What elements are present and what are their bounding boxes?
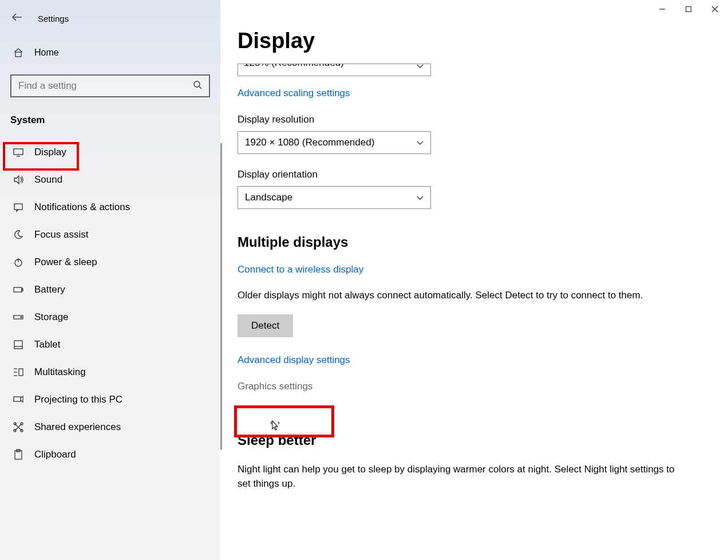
nav-label: Tablet <box>34 339 60 350</box>
svg-point-17 <box>21 317 22 318</box>
clipboard-icon <box>13 449 24 460</box>
svg-rect-11 <box>14 204 22 210</box>
svg-rect-24 <box>14 397 21 401</box>
notification-icon <box>13 202 24 213</box>
svg-rect-18 <box>14 341 22 349</box>
category-label: System <box>0 109 220 139</box>
graphics-settings-link[interactable]: Graphics settings <box>238 381 312 392</box>
nav-label: Battery <box>34 284 65 295</box>
svg-point-28 <box>21 423 23 425</box>
nav-label: Focus assist <box>34 229 88 240</box>
nav-label: Projecting to this PC <box>34 394 122 405</box>
scale-dropdown[interactable]: 125% (Recommended) <box>238 64 431 76</box>
svg-rect-14 <box>14 287 22 292</box>
storage-icon <box>13 311 24 323</box>
svg-point-29 <box>14 429 16 432</box>
nav-battery[interactable]: Battery <box>0 276 220 303</box>
orientation-value: Landscape <box>245 192 292 203</box>
nav-notifications[interactable]: Notifications & actions <box>0 194 220 221</box>
orientation-label: Display orientation <box>238 169 705 180</box>
shared-icon <box>13 421 24 433</box>
advanced-display-link[interactable]: Advanced display settings <box>238 354 350 366</box>
nav-display[interactable]: Display <box>0 139 220 166</box>
maximize-button[interactable] <box>675 0 702 18</box>
nav-power-sleep[interactable]: Power & sleep <box>0 249 220 276</box>
window-controls <box>649 0 728 18</box>
multitasking-icon <box>13 366 24 378</box>
app-title: Settings <box>38 14 69 23</box>
orientation-dropdown[interactable]: Landscape <box>238 186 431 209</box>
resolution-value: 1920 × 1080 (Recommended) <box>245 137 374 148</box>
advanced-scaling-link[interactable]: Advanced scaling settings <box>238 88 350 99</box>
svg-marker-10 <box>14 176 19 184</box>
wireless-display-link[interactable]: Connect to a wireless display <box>238 264 363 275</box>
svg-rect-5 <box>15 52 21 57</box>
detect-hint-text: Older displays might not always connect … <box>238 288 684 303</box>
chevron-down-icon <box>417 192 424 203</box>
home-icon <box>13 47 24 58</box>
svg-rect-15 <box>22 289 23 291</box>
nav-multitasking[interactable]: Multitasking <box>0 358 220 386</box>
nav-label: Sound <box>34 174 62 186</box>
nav-storage[interactable]: Storage <box>0 303 220 331</box>
nav-label: Storage <box>34 311 69 323</box>
nav-projecting[interactable]: Projecting to this PC <box>0 386 220 413</box>
close-button[interactable] <box>702 0 728 18</box>
svg-point-6 <box>194 81 200 87</box>
nav-label: Multitasking <box>34 366 86 378</box>
svg-line-7 <box>199 86 201 89</box>
nav-clipboard[interactable]: Clipboard <box>0 441 220 468</box>
projecting-icon <box>13 394 24 405</box>
page-title: Display <box>238 29 705 53</box>
nav-sound[interactable]: Sound <box>0 166 220 194</box>
chevron-down-icon <box>417 137 424 148</box>
search-box[interactable] <box>10 74 210 97</box>
back-button[interactable] <box>11 13 22 23</box>
multiple-displays-heading: Multiple displays <box>238 234 705 250</box>
nav-label: Clipboard <box>34 449 76 460</box>
moon-icon <box>13 229 24 240</box>
sound-icon <box>13 174 24 186</box>
detect-button[interactable]: Detect <box>238 314 293 337</box>
nav-focus-assist[interactable]: Focus assist <box>0 221 220 249</box>
sleep-better-heading: Sleep better <box>238 432 705 448</box>
home-nav[interactable]: Home <box>0 39 220 66</box>
resolution-dropdown[interactable]: 1920 × 1080 (Recommended) <box>238 131 431 154</box>
minimize-button[interactable] <box>649 0 675 18</box>
sidebar: Settings Home System Display Sound Notif… <box>0 0 220 560</box>
search-icon <box>193 80 202 92</box>
nav-label: Shared experiences <box>34 421 121 433</box>
svg-rect-23 <box>19 369 23 376</box>
content-area: Display 125% (Recommended) Advanced scal… <box>220 0 728 560</box>
nav-label: Display <box>34 147 66 158</box>
scale-value: 125% (Recommended) <box>244 64 344 69</box>
nav-label: Notifications & actions <box>34 202 130 213</box>
svg-rect-1 <box>686 7 691 12</box>
nav-shared-experiences[interactable]: Shared experiences <box>0 413 220 441</box>
monitor-icon <box>13 147 24 158</box>
tablet-icon <box>13 339 24 350</box>
resolution-label: Display resolution <box>238 114 705 125</box>
chevron-down-icon <box>417 64 424 71</box>
nav-tablet[interactable]: Tablet <box>0 331 220 358</box>
nav-label: Power & sleep <box>34 257 97 268</box>
home-label: Home <box>34 48 59 58</box>
svg-point-27 <box>14 423 16 425</box>
sleep-body-text: Night light can help you get to sleep by… <box>238 462 684 491</box>
search-input[interactable] <box>18 80 193 92</box>
svg-rect-8 <box>14 149 23 155</box>
power-icon <box>13 257 24 268</box>
battery-icon <box>13 284 24 295</box>
